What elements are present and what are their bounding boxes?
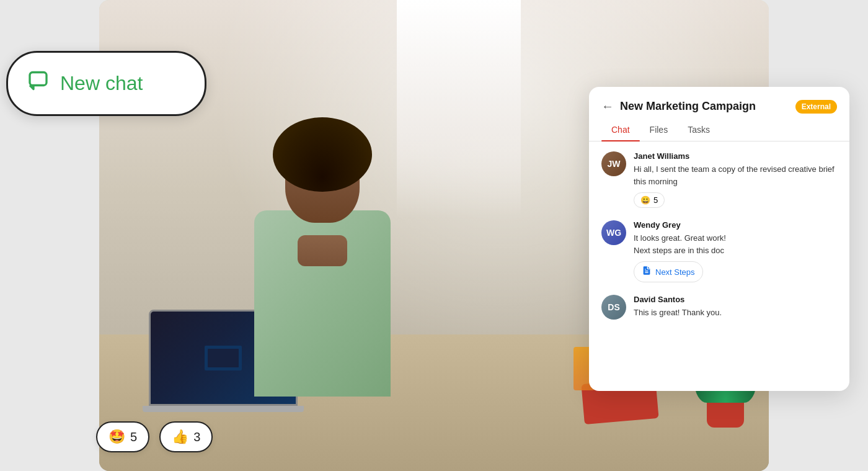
scene: New chat ← New Marketing Campaign Extern… — [0, 0, 868, 471]
message-janet: JW Janet Williams Hi all, I sent the tea… — [601, 151, 837, 208]
reaction-bubbles: 🤩 5 👍 3 — [96, 421, 213, 452]
message-text-david: This is great! Thank you. — [634, 307, 837, 319]
reaction-emoji-0: 🤩 — [108, 429, 125, 445]
chat-header: ← New Marketing Campaign External — [589, 87, 849, 114]
chat-tabs: Chat Files Tasks — [589, 119, 849, 141]
message-content-janet: Janet Williams Hi all, I sent the team a… — [634, 151, 837, 208]
external-badge: External — [795, 100, 837, 114]
chat-icon — [28, 70, 50, 97]
tab-chat[interactable]: Chat — [601, 119, 640, 141]
message-author-janet: Janet Williams — [634, 151, 837, 161]
chat-panel: ← New Marketing Campaign External Chat F… — [589, 87, 849, 391]
tab-files[interactable]: Files — [640, 119, 678, 141]
message-text-janet: Hi all, I sent the team a copy of the re… — [634, 163, 837, 187]
reaction-emoji-1: 👍 — [172, 429, 188, 445]
doc-chip-label: Next Steps — [655, 267, 695, 277]
person — [223, 86, 422, 397]
reaction-emoji-janet: 😀 — [640, 195, 650, 205]
avatar-janet: JW — [601, 151, 626, 176]
doc-icon — [642, 266, 652, 278]
tab-tasks[interactable]: Tasks — [678, 119, 720, 141]
back-button[interactable]: ← — [601, 99, 614, 114]
message-author-david: David Santos — [634, 295, 837, 304]
reaction-pill-janet[interactable]: 😀 5 — [634, 192, 665, 208]
avatar-david: DS — [601, 295, 626, 320]
message-text-wendy: It looks great. Great work!Next steps ar… — [634, 232, 837, 256]
avatar-wendy: WG — [601, 220, 626, 245]
message-content-wendy: Wendy Grey It looks great. Great work!Ne… — [634, 220, 837, 282]
reaction-bubble-0[interactable]: 🤩 5 — [96, 421, 149, 452]
reaction-count-1: 3 — [193, 430, 200, 444]
messages-list: JW Janet Williams Hi all, I sent the tea… — [589, 141, 849, 391]
svg-rect-2 — [30, 73, 46, 86]
reaction-count-janet: 5 — [653, 195, 658, 205]
reaction-count-0: 5 — [130, 430, 137, 444]
message-content-david: David Santos This is great! Thank you. — [634, 295, 837, 319]
message-david: DS David Santos This is great! Thank you… — [601, 295, 837, 320]
message-author-wendy: Wendy Grey — [634, 220, 837, 230]
chat-panel-title: New Marketing Campaign — [620, 100, 789, 113]
message-wendy: WG Wendy Grey It looks great. Great work… — [601, 220, 837, 282]
reaction-bubble-1[interactable]: 👍 3 — [159, 421, 213, 452]
new-chat-label: New chat — [60, 72, 143, 95]
next-steps-doc-chip[interactable]: Next Steps — [634, 261, 703, 282]
new-chat-bubble[interactable]: New chat — [6, 51, 206, 116]
